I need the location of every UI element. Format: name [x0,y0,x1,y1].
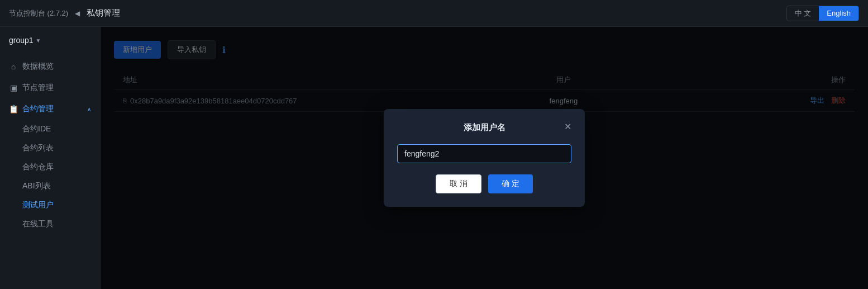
dialog-header: 添加用户名 ✕ [397,122,571,133]
sidebar-item-node-management[interactable]: ▣ 节点管理 [0,77,100,98]
lang-zh-button[interactable]: 中 文 [787,6,819,21]
dialog-close-button[interactable]: ✕ [564,122,571,131]
home-icon: ⌂ [9,62,18,71]
sidebar-section: ⌂ 数据概览 ▣ 节点管理 📋 合约管理 ∧ 合约IDE 合约列表 合约仓库 [0,54,100,236]
sidebar-subitem-test-user[interactable]: 测试用户 [0,196,100,215]
header: 节点控制台 (2.7.2) ◀ 私钥管理 中 文 English [0,0,868,27]
expand-icon: ∧ [87,106,91,112]
contract-icon: 📋 [9,105,18,113]
cancel-button[interactable]: 取 消 [436,174,481,193]
lang-en-button[interactable]: English [819,6,859,21]
sidebar-item-data-overview[interactable]: ⌂ 数据概览 [0,56,100,77]
group-label: group1 [9,36,34,45]
back-icon[interactable]: ◀ [75,10,80,17]
sidebar-subitem-offline-tools[interactable]: 在线工具 [0,215,100,234]
username-input[interactable] [397,144,571,163]
app-name: 节点控制台 (2.7.2) [9,8,68,18]
sidebar-subitem-contract-repo[interactable]: 合约仓库 [0,158,100,177]
sidebar-item-label: 合约管理 [22,104,54,114]
sidebar-item-contract-management[interactable]: 📋 合约管理 ∧ [0,98,100,120]
modal-overlay: 添加用户名 ✕ 取 消 确 定 [101,27,868,289]
header-title-section: 节点控制台 (2.7.2) ◀ 私钥管理 [9,8,120,18]
sidebar-subitem-contract-ide[interactable]: 合约IDE [0,120,100,139]
sidebar: group1 ▼ ⌂ 数据概览 ▣ 节点管理 📋 合约管理 ∧ 合约IDE 合 [0,27,101,289]
dialog: 添加用户名 ✕ 取 消 确 定 [384,109,585,207]
group-selector[interactable]: group1 ▼ [0,31,100,54]
lang-switcher: 中 文 English [786,6,859,21]
sidebar-subitem-contract-list[interactable]: 合约列表 [0,139,100,158]
page-title: 私钥管理 [87,8,120,18]
sidebar-item-label: 数据概览 [22,61,54,72]
node-icon: ▣ [9,83,18,92]
layout: group1 ▼ ⌂ 数据概览 ▣ 节点管理 📋 合约管理 ∧ 合约IDE 合 [0,27,868,289]
group-dropdown-icon: ▼ [36,37,41,44]
sidebar-subitem-abi-list[interactable]: ABI列表 [0,177,100,196]
confirm-button[interactable]: 确 定 [488,174,533,193]
dialog-footer: 取 消 确 定 [397,174,571,193]
sidebar-item-label: 节点管理 [22,83,54,93]
main-content: 新增用户 导入私钥 ℹ 地址 用户 操作 ⎘ 0x28b7a9da9f3a92e… [101,27,868,289]
dialog-title: 添加用户名 [464,122,505,133]
